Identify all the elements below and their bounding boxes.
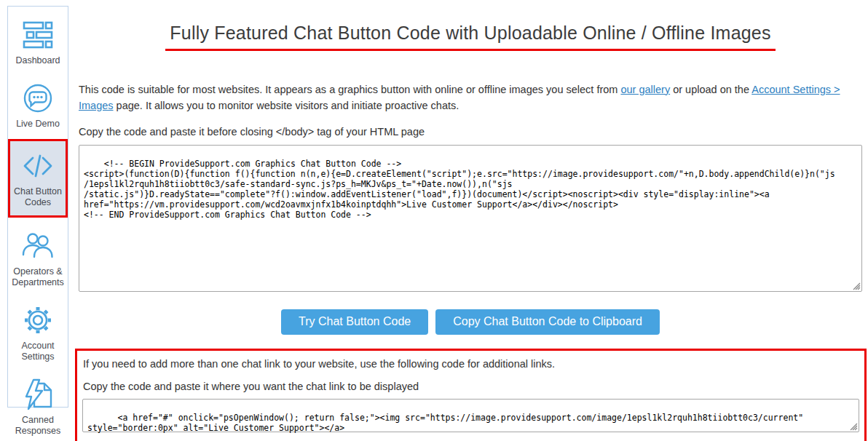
sidebar-item-label: Account Settings [10,341,66,362]
additional-links-section: If you need to add more than one chat li… [75,349,867,441]
chat-button-code-textarea[interactable]: <!-- BEGIN ProvideSupport.com Graphics C… [79,145,862,292]
canned-responses-icon [22,378,54,410]
main-content: Fully Featured Chat Button Code with Upl… [79,0,862,441]
sidebar: Dashboard Live Demo Chat Button Codes [7,6,68,408]
chat-link-code-textarea[interactable]: <a href="#" onclick="psOpenWindow(); ret… [82,399,859,432]
button-row: Try Chat Button Code Copy Chat Button Co… [79,309,862,335]
additional-copy-instruction: Copy the code and paste it where you wan… [83,381,859,392]
dashboard-icon [22,19,54,51]
intro-paragraph: This code is suitable for most websites.… [79,82,862,114]
additional-links-note: If you need to add more than one chat li… [83,358,859,370]
sidebar-item-operators[interactable]: Operators & Departments [8,223,68,294]
page-title: Fully Featured Chat Button Code with Upl… [165,23,775,51]
intro-text: or upload on the [670,84,751,95]
sidebar-item-live-demo[interactable]: Live Demo [8,76,68,135]
intro-text: This code is suitable for most websites.… [79,84,620,95]
code-icon [22,150,54,182]
sidebar-item-chat-button-codes[interactable]: Chat Button Codes [8,139,68,218]
sidebar-item-canned-responses[interactable]: Canned Responses [8,372,68,441]
copy-code-to-clipboard-button[interactable]: Copy Chat Button Code to Clipboard [435,309,660,335]
our-gallery-link[interactable]: our gallery [620,84,670,95]
sidebar-item-label: Chat Button Codes [11,186,65,208]
sidebar-item-account-settings[interactable]: Account Settings [8,298,68,368]
resize-grip-icon[interactable] [851,281,861,290]
sidebar-item-label: Canned Responses [10,415,66,437]
try-chat-button-code-button[interactable]: Try Chat Button Code [281,309,428,335]
sidebar-item-label: Dashboard [15,55,60,66]
live-demo-icon [22,82,54,114]
copy-instruction: Copy the code and paste it before closin… [79,126,862,138]
sidebar-item-label: Operators & Departments [10,266,66,288]
sidebar-item-dashboard[interactable]: Dashboard [8,12,68,72]
resize-grip-icon[interactable] [848,421,858,431]
intro-text: page. It allows you to monitor website v… [114,100,459,111]
gear-icon [22,304,54,336]
operators-icon [22,230,54,262]
sidebar-item-label: Live Demo [16,119,60,130]
